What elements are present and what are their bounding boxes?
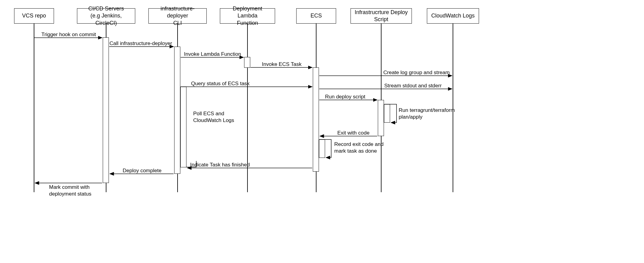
activation-ecs <box>313 67 319 172</box>
activation-cicd <box>103 37 109 183</box>
msg-deploy-complete: Deploy complete <box>123 167 162 174</box>
arrows-layer <box>0 0 644 263</box>
msg-create-log: Create log group and stream <box>383 69 450 76</box>
activation-ecs-record <box>319 139 325 158</box>
msg-stream-stdout: Stream stdout and stderr <box>384 82 442 89</box>
activation-cli <box>174 47 180 174</box>
msg-indicate-finished: Indicate Task has finished <box>190 162 250 168</box>
participant-ecs: ECS <box>296 8 336 24</box>
msg-run-terragrunt: Run terragrunt/terraformplan/apply <box>399 107 466 120</box>
participant-label: VCS repo <box>22 12 46 19</box>
participant-infra-deployer-cli: infrastructure-deployerCLI <box>148 8 207 24</box>
activation-lambda <box>244 57 250 68</box>
participant-vcs-repo: VCS repo <box>14 8 54 24</box>
msg-query-status: Query status of ECS task <box>191 80 250 87</box>
activation-cli-poll <box>180 87 186 167</box>
participant-infra-deploy-script: Infrastrucrture DeployScript <box>351 8 412 24</box>
participant-label: Infrastrucrture DeployScript <box>355 9 408 23</box>
msg-invoke-lambda: Invoke Lambda Function <box>184 51 241 58</box>
msg-trigger-hook: Trigger hook on commit <box>41 31 96 38</box>
participant-label: CloudWatch Logs <box>431 12 474 19</box>
msg-poll-ecs: Poll ECS andCloudWatch Logs <box>193 110 245 124</box>
msg-invoke-ecs: Invoke ECS Task <box>262 61 301 68</box>
participant-cicd-servers: CI/CD Servers(e.g Jenkins, CircleCI) <box>77 8 135 24</box>
participant-cloudwatch-logs: CloudWatch Logs <box>427 8 479 24</box>
activation-script <box>378 100 384 136</box>
msg-mark-commit: Mark commit withdeployment status <box>49 184 104 197</box>
participant-deployment-lambda: Deployment LambdaFunction <box>220 8 275 24</box>
msg-exit-code: Exit with code <box>337 130 370 136</box>
msg-run-deploy-script: Run deploy script <box>325 93 365 100</box>
msg-call-deployer: Call infrastructure-deployer <box>109 40 172 47</box>
lifeline-vcs <box>34 24 34 192</box>
msg-record-exit: Record exit code andmark task as done <box>334 141 396 154</box>
activation-script-run <box>384 104 390 123</box>
participant-label: ECS <box>310 12 322 19</box>
sequence-diagram: VCS repo CI/CD Servers(e.g Jenkins, Circ… <box>0 0 644 263</box>
